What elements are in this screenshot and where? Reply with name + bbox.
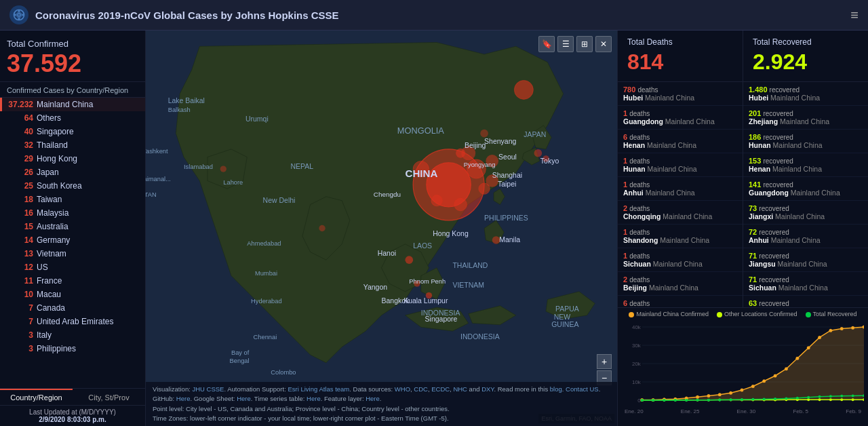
sidebar-tab[interactable]: Country/Region	[0, 389, 73, 405]
svg-text:TAN: TAN	[146, 191, 157, 198]
recovered-list-item: 71 recoveredSichuan Mainland China	[743, 272, 868, 296]
map-close-btn[interactable]: ✕	[595, 36, 612, 52]
chart-dot-recovered	[751, 398, 754, 401]
chart-dot-recovered	[774, 398, 776, 400]
death-count: 6	[623, 299, 627, 307]
svg-point-21	[480, 130, 488, 138]
deaths-list-item: 1 deathsGuangdong Mainland China	[618, 106, 743, 130]
country-count: 32	[7, 140, 33, 150]
zoom-in-btn[interactable]: +	[597, 354, 612, 369]
country-count: 7	[7, 317, 33, 326]
country-name: Japan	[37, 168, 59, 177]
deaths-label: Total Deaths	[627, 37, 733, 47]
country-item[interactable]: 7Canada	[0, 301, 145, 315]
chart-dot-recovered	[741, 398, 743, 401]
country-item[interactable]: 13Vietnam	[0, 247, 145, 260]
country-item[interactable]: 7United Arab Emirates	[0, 315, 145, 328]
country-item[interactable]: 16Malaysia	[0, 206, 145, 220]
country-item[interactable]: 12US	[0, 260, 145, 274]
country-item[interactable]: 40Singapore	[0, 125, 145, 138]
country-item[interactable]: 11France	[0, 274, 145, 288]
svg-text:Hanoi: Hanoi	[378, 250, 396, 257]
country-item[interactable]: 32Thailand	[0, 138, 145, 152]
menu-icon[interactable]: ≡	[850, 7, 859, 23]
recovered-list-item: 71 recoveredJiangsu Mainland China	[743, 248, 868, 272]
death-region: Beijing Mainland China	[623, 284, 737, 292]
chart-dot-mainland	[774, 374, 777, 378]
recovered-list-item: 201 recoveredZhejiang Mainland China	[743, 106, 868, 130]
recovered-count: 186	[749, 133, 761, 141]
svg-text:Phnom Penh: Phnom Penh	[409, 278, 446, 285]
svg-text:Tokyo: Tokyo	[540, 157, 559, 165]
recovered-region: Henan Mainland China	[749, 165, 863, 173]
country-list: 37.232Mainland China64Others40Singapore3…	[0, 98, 145, 388]
country-count: 16	[7, 208, 33, 218]
svg-text:CHINA: CHINA	[405, 168, 437, 179]
chart-dot-recovered	[696, 399, 699, 402]
svg-text:Islamabad: Islamabad	[184, 163, 213, 170]
recovered-count: 73	[749, 204, 757, 212]
map-container[interactable]: MONGOLIA CHINA NEPAL THAILAND VIETNAM IN…	[146, 31, 617, 426]
svg-point-20	[220, 166, 226, 172]
svg-text:Tashkent: Tashkent	[146, 148, 168, 155]
deaths-list-item: 1 deathsShandong Mainland China	[618, 225, 743, 248]
svg-text:Yangon: Yangon	[363, 284, 388, 291]
country-item[interactable]: 29Hong Kong	[0, 152, 145, 166]
country-item[interactable]: 3Italy	[0, 328, 145, 342]
death-region: Chongqing Mainland China	[623, 212, 737, 220]
country-count: 14	[7, 235, 33, 245]
last-updated-label: Last Updated at (M/D/YYYY)	[7, 408, 138, 416]
chart-dot-recovered	[796, 397, 799, 400]
sidebar-tab[interactable]: City, St/Prov	[73, 389, 145, 405]
svg-text:10k: 10k	[632, 379, 641, 385]
svg-text:Ahmedabad: Ahmedabad	[247, 240, 281, 247]
chart-x-label: Feb. 9	[846, 408, 861, 414]
recovered-count: 1.480	[749, 85, 768, 94]
svg-point-19	[319, 225, 325, 231]
svg-text:Mumbai: Mumbai	[255, 270, 277, 277]
svg-text:VIETNAM: VIETNAM	[452, 282, 484, 289]
country-count: 29	[7, 154, 33, 163]
svg-text:New Delhi: New Delhi	[263, 197, 296, 204]
total-confirmed-box: Total Confirmed 37.592	[0, 31, 145, 82]
country-count: 64	[7, 113, 33, 123]
death-count: 1	[623, 252, 627, 260]
country-item[interactable]: 18Taiwan	[0, 193, 145, 206]
chart-x-label: Ene. 30	[737, 408, 756, 414]
country-count: 7	[7, 303, 33, 313]
chart-dot-recovered	[852, 395, 854, 398]
chart-legend: Mainland China ConfirmedOther Locations …	[622, 311, 864, 320]
country-item[interactable]: 25South Korea	[0, 179, 145, 193]
recovered-list-item: 63 recovered...	[743, 296, 868, 307]
chart-dot-recovered	[685, 399, 688, 402]
country-item[interactable]: 10Macau	[0, 288, 145, 301]
recovered-box: Total Recovered 2.924	[743, 31, 868, 82]
map-grid-btn[interactable]: ⊞	[576, 36, 593, 52]
country-item[interactable]: 3Philippines	[0, 342, 145, 355]
map-svg: MONGOLIA CHINA NEPAL THAILAND VIETNAM IN…	[146, 31, 617, 426]
map-bookmark-btn[interactable]: 🔖	[538, 36, 555, 52]
country-item[interactable]: 37.232Mainland China	[0, 98, 145, 111]
country-name: US	[37, 263, 48, 272]
country-item[interactable]: 15Australia	[0, 220, 145, 233]
country-list-header: Confirmed Cases by Country/Region	[0, 82, 145, 98]
svg-text:Chennai: Chennai	[254, 334, 277, 341]
chart-dot-mainland	[785, 367, 788, 370]
country-item[interactable]: 64Others	[0, 111, 145, 125]
total-confirmed-label: Total Confirmed	[7, 39, 138, 49]
chart-dot-other	[818, 398, 821, 401]
svg-text:Seoul: Seoul	[498, 153, 517, 161]
chart-dot-mainland	[762, 379, 766, 383]
recovered-list-item: 186 recoveredHunan Mainland China	[743, 130, 868, 153]
map-zoom: + −	[597, 354, 612, 385]
chart-x-label: Ene. 20	[625, 408, 644, 414]
svg-text:40k: 40k	[632, 324, 641, 330]
death-region: Henan Mainland China	[623, 141, 737, 149]
country-item[interactable]: 14Germany	[0, 233, 145, 247]
recovered-list-item: 73 recoveredJiangxi Mainland China	[743, 201, 868, 225]
chart-dot-mainland	[807, 346, 810, 349]
svg-text:30k: 30k	[632, 343, 641, 349]
country-item[interactable]: 26Japan	[0, 166, 145, 179]
recovered-value: 2.924	[753, 50, 859, 75]
map-list-btn[interactable]: ☰	[557, 36, 574, 52]
